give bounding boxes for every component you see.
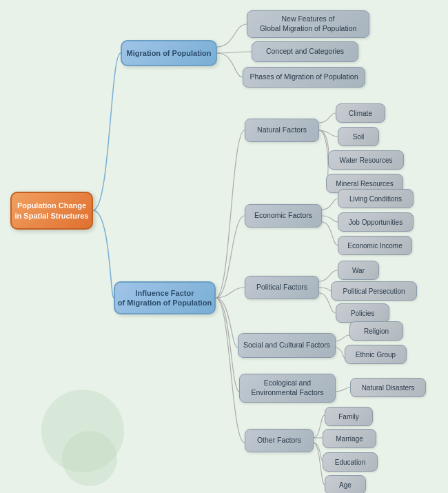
- mineral-resources-label: Mineral Resources: [336, 179, 393, 188]
- economic-income-label: Economic Income: [347, 241, 402, 250]
- root-node: Population Change in Spatial Structures: [10, 192, 93, 230]
- water-resources-label: Water Resources: [340, 156, 393, 165]
- political-factors-node: Political Factors: [245, 276, 319, 299]
- political-persecution-label: Political Persecution: [343, 287, 405, 296]
- living-conditions-label: Living Conditions: [349, 194, 402, 203]
- religion-label: Religion: [364, 327, 389, 336]
- political-factors-label: Political Factors: [256, 283, 307, 292]
- new-features-label: New Features of Global Migration of Popu…: [260, 14, 357, 33]
- education-node: Education: [323, 452, 378, 472]
- economic-factors-label: Economic Factors: [254, 211, 312, 221]
- concept-label: Concept and Categories: [266, 47, 344, 57]
- family-label: Family: [338, 412, 358, 421]
- age-node: Age: [325, 475, 366, 493]
- other-factors-label: Other Factors: [257, 436, 301, 445]
- education-label: Education: [335, 458, 365, 467]
- other-factors-node: Other Factors: [245, 429, 314, 452]
- root-label: Population Change in Spatial Structures: [15, 201, 89, 221]
- climate-node: Climate: [336, 103, 385, 123]
- concept-node: Concept and Categories: [252, 41, 358, 62]
- soil-node: Soil: [338, 127, 379, 146]
- water-resources-node: Water Resources: [328, 150, 404, 170]
- job-opportunities-label: Job Opportunities: [349, 218, 403, 227]
- ecological-node: Ecological and Environmental Factors: [239, 374, 336, 403]
- ethnic-group-node: Ethnic Group: [345, 345, 407, 364]
- climate-label: Climate: [349, 109, 372, 118]
- natural-disasters-label: Natural Disasters: [362, 383, 415, 392]
- political-persecution-node: Political Persecution: [331, 281, 417, 301]
- natural-disasters-node: Natural Disasters: [350, 378, 426, 397]
- marriage-label: Marriage: [336, 434, 363, 443]
- migration-node: Migration of Population: [121, 40, 217, 66]
- social-cultural-node: Social and Cultural Factors: [238, 333, 336, 358]
- living-conditions-node: Living Conditions: [338, 189, 414, 208]
- marriage-node: Marriage: [323, 429, 376, 448]
- war-label: War: [352, 266, 365, 275]
- religion-node: Religion: [349, 321, 403, 341]
- influence-label: Influence Factor of Migration of Populat…: [118, 288, 212, 308]
- ecological-label: Ecological and Environmental Factors: [251, 379, 323, 397]
- job-opportunities-node: Job Opportunities: [338, 212, 414, 232]
- policies-node: Policies: [336, 303, 389, 323]
- influence-node: Influence Factor of Migration of Populat…: [114, 281, 216, 314]
- economic-factors-node: Economic Factors: [245, 204, 322, 228]
- economic-income-node: Economic Income: [338, 236, 412, 255]
- phases-label: Phases of Migration of Population: [250, 72, 358, 82]
- policies-label: Policies: [351, 309, 374, 318]
- migration-label: Migration of Population: [127, 48, 212, 58]
- age-label: Age: [339, 481, 352, 490]
- war-node: War: [338, 261, 379, 280]
- family-node: Family: [325, 407, 373, 426]
- social-cultural-label: Social and Cultural Factors: [243, 341, 330, 350]
- soil-label: Soil: [353, 132, 365, 141]
- natural-factors-label: Natural Factors: [257, 125, 307, 135]
- new-features-node: New Features of Global Migration of Popu…: [247, 10, 369, 38]
- phases-node: Phases of Migration of Population: [243, 67, 365, 88]
- natural-factors-node: Natural Factors: [245, 119, 319, 142]
- ethnic-group-label: Ethnic Group: [356, 350, 396, 359]
